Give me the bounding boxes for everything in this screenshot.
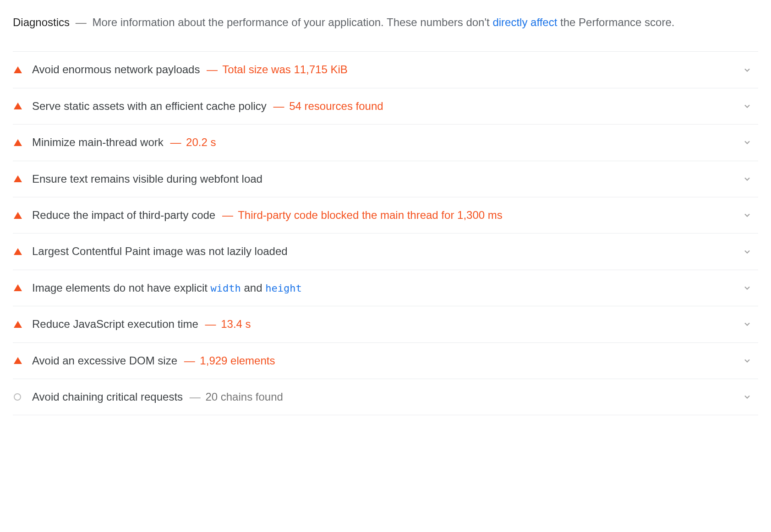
detail-separator: —	[205, 318, 216, 330]
directly-affect-link[interactable]: directly affect	[492, 16, 557, 28]
chevron-down-icon[interactable]	[741, 174, 754, 184]
diagnostic-row[interactable]: Minimize main-thread work — 20.2 s	[13, 125, 758, 161]
diagnostic-text: Reduce the impact of third-party code — …	[32, 206, 741, 224]
diagnostic-text: Image elements do not have explicit widt…	[32, 279, 741, 297]
diagnostic-row[interactable]: Avoid chaining critical requests — 20 ch…	[13, 379, 758, 415]
diagnostics-desc-pre: More information about the performance o…	[92, 16, 492, 28]
diagnostic-label: Reduce the impact of third-party code	[32, 209, 215, 221]
warn-triangle-icon	[13, 357, 32, 364]
code-width: width	[211, 282, 241, 294]
diagnostic-label-pre: Image elements do not have explicit	[32, 282, 211, 294]
diagnostic-row[interactable]: Avoid enormous network payloads — Total …	[13, 52, 758, 88]
chevron-down-icon[interactable]	[741, 65, 754, 75]
label-between: and	[241, 282, 265, 294]
detail-separator: —	[222, 209, 233, 221]
diagnostic-text: Ensure text remains visible during webfo…	[32, 170, 741, 188]
chevron-down-icon[interactable]	[741, 320, 754, 329]
diagnostic-label: Largest Contentful Paint image was not l…	[32, 245, 288, 257]
diagnostic-label: Avoid chaining critical requests	[32, 391, 183, 403]
diagnostic-text: Avoid an excessive DOM size — 1,929 elem…	[32, 352, 741, 369]
diagnostic-label: Avoid an excessive DOM size	[32, 354, 177, 367]
chevron-down-icon[interactable]	[741, 356, 754, 365]
diagnostic-detail: 1,929 elements	[200, 354, 275, 367]
diagnostic-label: Reduce JavaScript execution time	[32, 318, 198, 330]
warn-triangle-icon	[13, 139, 32, 146]
diagnostic-row[interactable]: Avoid an excessive DOM size — 1,929 elem…	[13, 343, 758, 379]
detail-separator: —	[184, 354, 195, 367]
chevron-down-icon[interactable]	[741, 102, 754, 111]
diagnostic-label: Minimize main-thread work	[32, 136, 164, 148]
diagnostics-list: Avoid enormous network payloads — Total …	[13, 51, 758, 415]
diagnostic-text: Avoid chaining critical requests — 20 ch…	[32, 388, 741, 406]
diagnostic-row[interactable]: Serve static assets with an efficient ca…	[13, 88, 758, 125]
diagnostic-row[interactable]: Reduce the impact of third-party code — …	[13, 197, 758, 233]
diagnostic-detail: Total size was 11,715 KiB	[222, 63, 347, 76]
chevron-down-icon[interactable]	[741, 392, 754, 402]
diagnostics-desc-post: the Performance score.	[557, 16, 674, 28]
diagnostic-detail: 54 resources found	[289, 100, 383, 112]
diagnostics-title: Diagnostics	[13, 16, 70, 28]
diagnostic-row[interactable]: Reduce JavaScript execution time — 13.4 …	[13, 306, 758, 342]
diagnostic-text: Minimize main-thread work — 20.2 s	[32, 134, 741, 151]
diagnostic-text: Serve static assets with an efficient ca…	[32, 98, 741, 115]
diagnostic-label: Avoid enormous network payloads	[32, 63, 200, 76]
detail-separator: —	[170, 136, 181, 148]
warn-triangle-icon	[13, 321, 32, 328]
warn-triangle-icon	[13, 175, 32, 182]
diagnostic-detail: 13.4 s	[221, 318, 251, 330]
chevron-down-icon[interactable]	[741, 283, 754, 293]
warn-triangle-icon	[13, 212, 32, 219]
diagnostic-row[interactable]: Largest Contentful Paint image was not l…	[13, 233, 758, 270]
diagnostic-text: Largest Contentful Paint image was not l…	[32, 243, 741, 260]
diagnostic-label: Serve static assets with an efficient ca…	[32, 100, 267, 112]
detail-separator: —	[190, 391, 201, 403]
chevron-down-icon[interactable]	[741, 247, 754, 256]
chevron-down-icon[interactable]	[741, 138, 754, 147]
diagnostic-text: Avoid enormous network payloads — Total …	[32, 61, 741, 78]
detail-separator: —	[207, 63, 218, 76]
header-dash: —	[76, 16, 87, 28]
diagnostics-header: Diagnostics — More information about the…	[13, 14, 758, 41]
warn-triangle-icon	[13, 103, 32, 109]
warn-triangle-icon	[13, 284, 32, 291]
warn-triangle-icon	[13, 248, 32, 255]
diagnostic-detail: 20 chains found	[205, 391, 283, 403]
diagnostic-detail: 20.2 s	[186, 136, 216, 148]
info-circle-icon	[13, 393, 32, 401]
diagnostic-row[interactable]: Ensure text remains visible during webfo…	[13, 161, 758, 197]
diagnostic-row[interactable]: Image elements do not have explicit widt…	[13, 270, 758, 306]
code-height: height	[265, 282, 301, 294]
warn-triangle-icon	[13, 66, 32, 73]
detail-separator: —	[273, 100, 284, 112]
diagnostic-label: Ensure text remains visible during webfo…	[32, 173, 262, 185]
chevron-down-icon[interactable]	[741, 211, 754, 220]
diagnostic-text: Reduce JavaScript execution time — 13.4 …	[32, 315, 741, 333]
diagnostic-detail: Third-party code blocked the main thread…	[238, 209, 503, 221]
